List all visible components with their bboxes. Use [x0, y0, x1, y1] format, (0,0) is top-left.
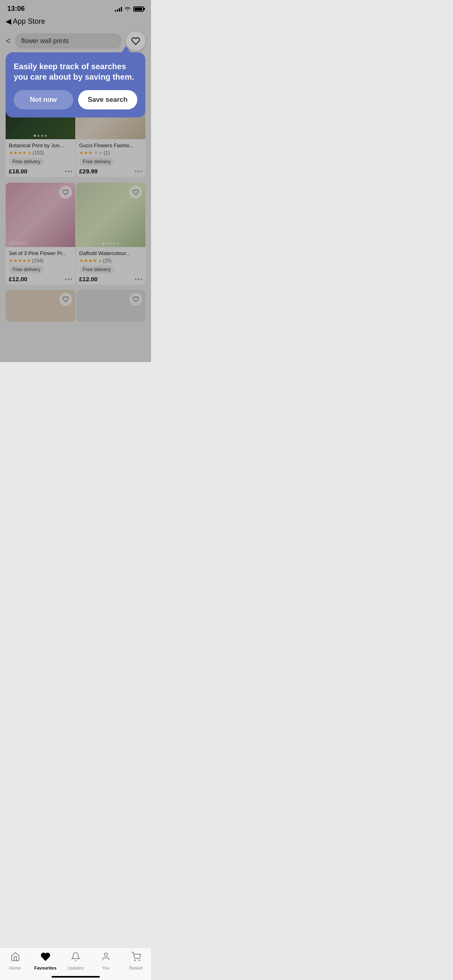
tooltip-buttons: Not now Save search — [14, 90, 137, 109]
not-now-button[interactable]: Not now — [14, 90, 73, 109]
tooltip-message: Easily keep track of searches you care a… — [14, 61, 137, 82]
save-search-tooltip: Easily keep track of searches you care a… — [6, 52, 145, 117]
save-search-button[interactable]: Save search — [78, 90, 138, 109]
